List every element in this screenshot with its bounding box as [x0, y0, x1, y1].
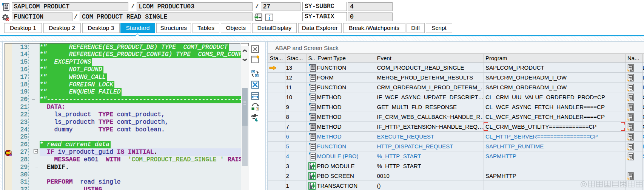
svg-text:i: i	[268, 14, 270, 21]
